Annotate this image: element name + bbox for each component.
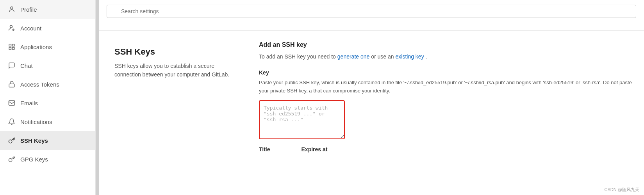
access-token-icon [8, 80, 16, 88]
svg-point-10 [9, 159, 12, 162]
svg-rect-7 [9, 84, 14, 87]
section-title: SSH Keys [114, 47, 231, 57]
svg-point-9 [9, 140, 12, 143]
sidebar-label-ssh-keys: SSH Keys [20, 137, 48, 144]
key-textarea[interactable] [259, 100, 345, 139]
search-wrapper [99, 0, 644, 31]
sidebar-label-account: Account [20, 25, 41, 32]
sidebar-item-access-tokens[interactable]: Access Tokens [0, 75, 95, 94]
key-description: Paste your public SSH key, which is usua… [259, 79, 632, 95]
sidebar-item-gpg-keys[interactable]: GPG Keys [0, 150, 95, 168]
bottom-fields: Title Expires at [259, 146, 632, 152]
sidebar-label-emails: Emails [20, 100, 38, 106]
top-bar [99, 0, 644, 31]
sidebar-label-chat: Chat [20, 62, 33, 69]
person-icon [8, 5, 16, 13]
content-area: SSH Keys SSH keys allow you to establish… [99, 31, 644, 195]
title-field-label: Title [259, 146, 270, 152]
add-key-desc-middle: or use an [371, 53, 395, 60]
svg-rect-8 [9, 101, 15, 105]
svg-rect-5 [9, 48, 11, 50]
svg-rect-6 [12, 48, 14, 50]
sidebar-label-access-tokens: Access Tokens [20, 81, 59, 88]
page-wrapper: SSH Keys SSH keys allow you to establish… [99, 0, 644, 195]
svg-point-2 [13, 29, 14, 30]
generate-link[interactable]: generate one [337, 53, 370, 60]
add-key-title: Add an SSH key [259, 41, 632, 48]
grid-icon [8, 43, 16, 51]
key-section-label: Key [259, 69, 632, 76]
existing-key-link[interactable]: existing key [396, 53, 424, 60]
sidebar-label-gpg-keys: GPG Keys [20, 156, 48, 163]
left-panel: SSH Keys SSH keys allow you to establish… [99, 31, 247, 195]
sidebar-item-account[interactable]: Account [0, 19, 95, 37]
bell-icon [8, 118, 16, 126]
sidebar-divider [96, 0, 99, 195]
svg-rect-4 [12, 44, 14, 46]
sidebar-item-notifications[interactable]: Notifications [0, 112, 95, 131]
watermark: CSDN @随风九天 [605, 187, 639, 193]
person-gear-icon [8, 24, 16, 32]
add-key-desc-prefix: To add an SSH key you need to [259, 53, 336, 60]
sidebar-item-chat[interactable]: Chat [0, 56, 95, 75]
add-key-description: To add an SSH key you need to generate o… [259, 52, 632, 62]
sidebar-label-notifications: Notifications [20, 119, 52, 125]
add-key-desc-suffix: . [426, 53, 427, 60]
right-panel: Add an SSH key To add an SSH key you nee… [247, 31, 644, 195]
chat-icon [8, 62, 16, 69]
search-input[interactable] [107, 5, 636, 18]
sidebar-item-profile[interactable]: Profile [0, 0, 95, 19]
gpg-key-icon [8, 155, 16, 163]
svg-point-0 [11, 7, 13, 9]
svg-point-1 [10, 25, 12, 28]
key-icon [8, 136, 16, 144]
sidebar-item-applications[interactable]: Applications [0, 37, 95, 56]
sidebar-label-applications: Applications [20, 44, 52, 50]
sidebar: Profile Account Applications Chat [0, 0, 96, 195]
envelope-icon [8, 99, 16, 107]
section-description: SSH keys allow you to establish a secure… [114, 62, 231, 79]
sidebar-label-profile: Profile [20, 6, 37, 13]
sidebar-item-emails[interactable]: Emails [0, 94, 95, 112]
svg-rect-3 [9, 44, 11, 46]
expires-field-label: Expires at [301, 146, 328, 152]
sidebar-item-ssh-keys[interactable]: SSH Keys [0, 131, 95, 150]
